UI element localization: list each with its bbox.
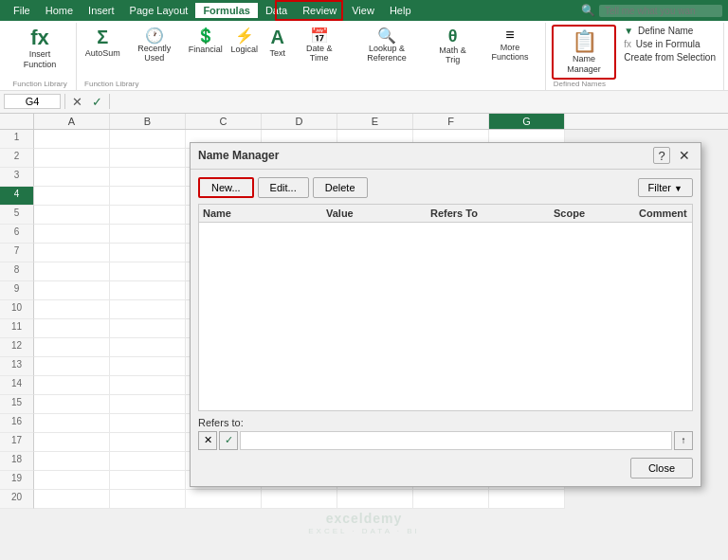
math-trig-btn[interactable]: θ Math & Trig [428, 25, 477, 67]
close-btn[interactable]: Close [630, 458, 693, 479]
cancel-formula-btn[interactable]: ✕ [69, 95, 85, 109]
table-col-refers-to: Refers To [430, 208, 554, 219]
refers-to-label: Refers to: [198, 417, 693, 428]
formula-input[interactable] [114, 95, 724, 108]
confirm-formula-btn[interactable]: ✓ [89, 95, 105, 109]
name-box[interactable] [4, 94, 61, 109]
menu-home[interactable]: Home [38, 3, 81, 18]
dialog-toolbar: New... Edit... Delete Filter ▼ [198, 177, 693, 198]
table-col-scope: Scope [554, 208, 639, 219]
use-in-formula-btn[interactable]: fx Use in Formula [620, 38, 719, 50]
dialog-titlebar: Name Manager ? ✕ [191, 143, 701, 170]
text-btn[interactable]: A Text [264, 25, 292, 60]
ribbon-group-defined-names: 📋 Name Manager ▼ Define Name fx Use in F… [548, 23, 724, 90]
create-from-selection-btn[interactable]: Create from Selection [620, 51, 719, 63]
logical-btn[interactable]: ⚡ Logical [228, 25, 262, 56]
autosum-btn[interactable]: Σ AutoSum [82, 25, 122, 60]
defined-names-label: Defined Names [552, 80, 719, 88]
search-icon: 🔍 [581, 4, 595, 17]
menu-file[interactable]: File [6, 3, 38, 18]
function-library-label2: Function Library [82, 80, 541, 88]
dialog-body: New... Edit... Delete Filter ▼ Name Valu… [191, 170, 701, 486]
delete-btn[interactable]: Delete [313, 177, 368, 198]
dialog-help-btn[interactable]: ? [653, 147, 670, 164]
menu-help[interactable]: Help [382, 3, 419, 18]
edit-btn[interactable]: Edit... [258, 177, 309, 198]
filter-btn[interactable]: Filter ▼ [638, 178, 693, 197]
menu-insert[interactable]: Insert [81, 3, 122, 18]
table-col-comment: Comment [639, 208, 688, 219]
menu-page-layout[interactable]: Page Layout [122, 3, 196, 18]
name-manager-btn[interactable]: 📋 Name Manager [552, 25, 616, 80]
dialog-table-body[interactable] [198, 222, 693, 411]
lookup-reference-btn[interactable]: 🔍 Lookup & Reference [347, 25, 427, 65]
dialog-footer: Close [198, 458, 693, 479]
table-col-name: Name [203, 208, 326, 219]
refers-to-input[interactable] [240, 431, 672, 450]
menu-review[interactable]: Review [295, 3, 344, 18]
refers-to-section: Refers to: ✕ ✓ ↑ [198, 417, 693, 450]
name-manager-dialog: Name Manager ? ✕ New... Edit... Delete F… [190, 142, 701, 487]
new-btn[interactable]: New... [198, 177, 254, 198]
dialog-overlay: Name Manager ? ✕ New... Edit... Delete F… [0, 114, 728, 560]
more-functions-btn[interactable]: ≡ More Functions [479, 25, 541, 64]
dialog-close-icon-btn[interactable]: ✕ [676, 147, 693, 164]
dialog-title: Name Manager [198, 149, 279, 162]
insert-function-btn[interactable]: fx Insert Function [9, 25, 70, 72]
formula-bar: ✕ ✓ [0, 91, 728, 114]
financial-btn[interactable]: 💲 Financial [186, 25, 226, 56]
refers-cancel-btn[interactable]: ✕ [198, 431, 217, 450]
ribbon-group-functions: Σ AutoSum 🕐 Recently Used 💲 Financial ⚡ … [79, 23, 546, 90]
function-library-label: Function Library [12, 80, 66, 88]
menu-formulas[interactable]: Formulas [195, 3, 258, 18]
table-col-value: Value [326, 208, 430, 219]
dialog-table-header: Name Value Refers To Scope Comment [198, 204, 693, 222]
search-input[interactable] [599, 5, 722, 17]
date-time-btn[interactable]: 📅 Date & Time [294, 25, 345, 65]
menu-data[interactable]: Data [258, 3, 295, 18]
menu-view[interactable]: View [344, 3, 382, 18]
ribbon-group-insert-function: fx Insert Function Function Library [4, 23, 77, 90]
refers-confirm-btn[interactable]: ✓ [219, 431, 238, 450]
recently-used-btn[interactable]: 🕐 Recently Used [125, 25, 185, 65]
define-name-btn[interactable]: ▼ Define Name [620, 25, 719, 37]
refers-to-expand-btn[interactable]: ↑ [674, 431, 693, 450]
